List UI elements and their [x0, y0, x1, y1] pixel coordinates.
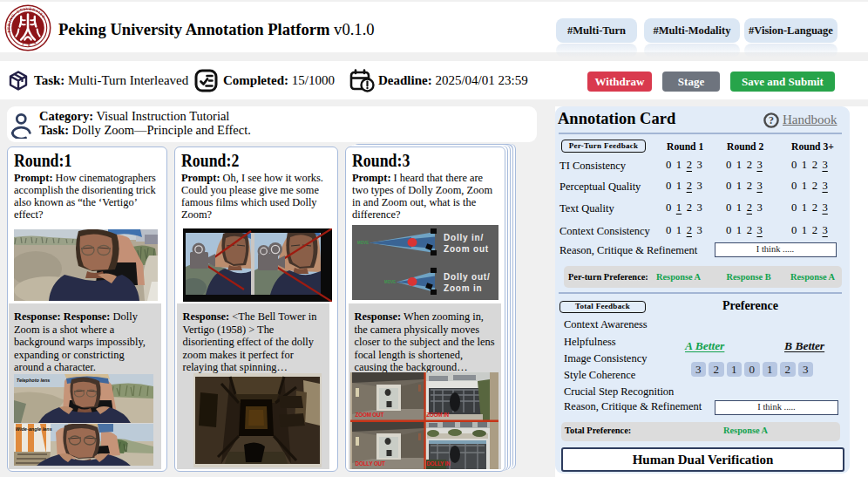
svg-text:ZOOM IN: ZOOM IN: [426, 410, 449, 419]
svg-text:Zoom in: Zoom in: [444, 283, 482, 293]
svg-text:ZOOM OUT: ZOOM OUT: [356, 410, 384, 419]
svg-text:Zoom out: Zoom out: [444, 244, 489, 254]
svg-text:Telephoto lens: Telephoto lens: [16, 378, 50, 383]
svg-text:?: ?: [769, 114, 774, 126]
svg-text:DOLLY OUT: DOLLY OUT: [356, 459, 386, 467]
svg-text:Dolly out/: Dolly out/: [444, 272, 491, 282]
svg-text:DOLLY IN: DOLLY IN: [426, 459, 450, 467]
svg-text:MOVE: MOVE: [384, 280, 396, 284]
svg-text:Wide-angle lens: Wide-angle lens: [15, 426, 51, 432]
svg-text:MOVE: MOVE: [357, 241, 369, 245]
svg-text:Dolly in/: Dolly in/: [444, 233, 484, 242]
